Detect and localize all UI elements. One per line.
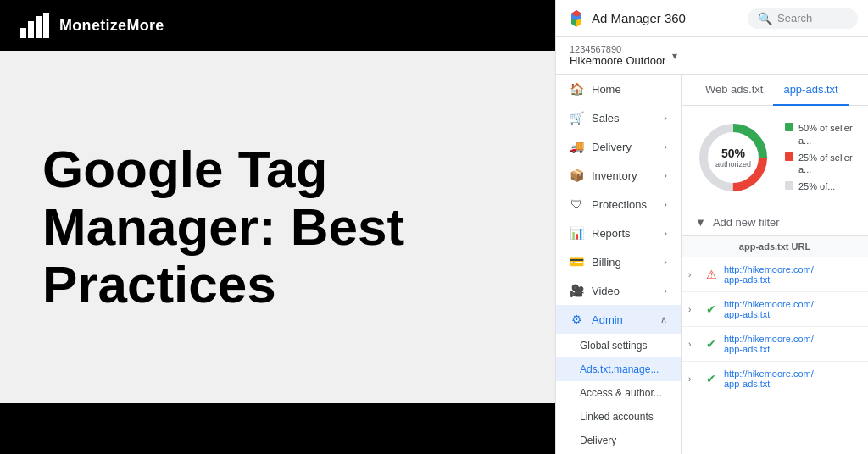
legend-item-0: 50% of seller a... — [785, 122, 854, 147]
chart-legend: 50% of seller a... 25% of seller a... 25… — [785, 122, 854, 192]
account-number: 1234567890 — [570, 44, 665, 54]
account-info: 1234567890 Hikemoore Outdoor — [570, 44, 665, 67]
chevron-down-icon: › — [664, 285, 667, 296]
row-url-3: http://hikemoore.com/app-ads.txt — [724, 368, 814, 389]
sidebar-label-reports: Reports — [592, 227, 631, 240]
gam-logo-icon — [566, 8, 587, 29]
sidebar-sub-label-linked: Linked accounts — [580, 411, 654, 423]
legend-text-1: 25% of seller a... — [798, 152, 854, 176]
sidebar-sub-global-settings[interactable]: Global settings — [556, 334, 681, 357]
sidebar-sub-linked[interactable]: Linked accounts — [556, 405, 681, 429]
svg-rect-0 — [20, 28, 26, 38]
sidebar-item-reports[interactable]: 📊 Reports › — [556, 219, 681, 247]
chevron-up-icon: ∧ — [660, 314, 667, 325]
sidebar-label-delivery: Delivery — [592, 141, 632, 153]
left-header: MonetizeMore — [0, 0, 555, 51]
top-bar: Ad Manager 360 🔍 Search — [556, 0, 868, 37]
chevron-down-icon: › — [664, 199, 667, 209]
row-url-2: http://hikemoore.com/app-ads.txt — [724, 334, 814, 354]
legend-item-1: 25% of seller a... — [785, 152, 854, 176]
donut-sub-label: authorized — [715, 160, 751, 169]
sidebar-label-home: Home — [592, 83, 621, 96]
sidebar-label-inventory: Inventory — [592, 169, 637, 182]
row-url-0: http://hikemoore.com/app-ads.txt — [724, 264, 814, 285]
sidebar-sub-label-ads-txt: Ads.txt.manage... — [580, 363, 659, 375]
logo-icon — [20, 13, 51, 38]
billing-icon: 💳 — [570, 255, 583, 269]
tab-app-ads-txt[interactable]: app-ads.txt — [773, 75, 848, 106]
sidebar-label-sales: Sales — [592, 112, 620, 125]
home-icon: 🏠 — [570, 82, 583, 96]
row-expand-icon: › — [688, 340, 698, 349]
sidebar-label-admin: Admin — [592, 313, 623, 326]
row-expand-icon: › — [688, 270, 698, 280]
filter-label: Add new filter — [713, 216, 780, 229]
sidebar-sub-ads-txt[interactable]: Ads.txt.manage... — [556, 357, 681, 381]
sidebar-sub-access[interactable]: Access & author... — [556, 381, 681, 405]
check-icon: ✔ — [704, 302, 719, 316]
sidebar-label-billing: Billing — [592, 256, 621, 269]
left-content: Google Tag Manager: Best Practices — [0, 51, 555, 403]
reports-icon: 📊 — [570, 226, 583, 240]
chevron-down-icon: › — [664, 257, 667, 267]
gam-logo: Ad Manager 360 — [566, 8, 686, 29]
svg-rect-1 — [28, 21, 34, 38]
logo-text: MonetizeMore — [59, 17, 164, 35]
check-icon: ✔ — [704, 337, 719, 351]
table-row[interactable]: › ✔ http://hikemoore.com/app-ads.txt — [682, 327, 868, 362]
legend-text-2: 25% of... — [798, 180, 835, 192]
table-row[interactable]: › ⚠ http://hikemoore.com/app-ads.txt — [682, 257, 868, 292]
warning-icon: ⚠ — [704, 268, 719, 281]
search-icon: 🔍 — [758, 12, 772, 25]
table-header: app-ads.txt URL — [682, 236, 868, 257]
chart-area: 50% authorized 50% of seller a... 25% of… — [682, 106, 868, 209]
legend-dot-green — [785, 123, 793, 131]
gam-app-title: Ad Manager 360 — [592, 11, 686, 25]
donut-percent: 50% — [715, 147, 751, 160]
main-title: Google Tag Manager: Best Practices — [42, 141, 513, 314]
legend-dot-gray — [785, 181, 793, 190]
left-panel: MonetizeMore Google Tag Manager: Best Pr… — [0, 0, 555, 454]
svg-rect-3 — [43, 13, 49, 38]
content-area: 🏠 Home 🛒 Sales › 🚚 Delivery › 📦 Inventor… — [556, 75, 868, 454]
check-icon: ✔ — [704, 372, 719, 385]
delivery-icon: 🚚 — [570, 140, 583, 153]
account-row[interactable]: 1234567890 Hikemoore Outdoor ▾ — [556, 37, 868, 75]
sidebar-item-inventory[interactable]: 📦 Inventory › — [556, 161, 681, 190]
sidebar-item-admin[interactable]: ⚙ Admin ∧ — [556, 305, 681, 334]
chevron-down-icon: › — [664, 228, 667, 238]
chevron-down-icon: › — [664, 170, 667, 180]
sidebar-sub-label-delivery: Delivery — [580, 435, 616, 446]
sidebar-item-billing[interactable]: 💳 Billing › — [556, 247, 681, 276]
account-name: Hikemoore Outdoor — [570, 54, 665, 67]
sidebar-item-sales[interactable]: 🛒 Sales › — [556, 103, 681, 132]
chevron-down-icon: › — [664, 113, 667, 123]
sidebar-sub-delivery[interactable]: Delivery — [556, 429, 681, 452]
donut-chart: 50% authorized — [695, 119, 771, 196]
row-expand-icon: › — [688, 374, 698, 384]
legend-text-0: 50% of seller a... — [798, 122, 854, 147]
sidebar: 🏠 Home 🛒 Sales › 🚚 Delivery › 📦 Inventor… — [556, 75, 682, 454]
legend-item-2: 25% of... — [785, 180, 854, 192]
sidebar-item-video[interactable]: 🎥 Video › — [556, 276, 681, 305]
right-panel: Ad Manager 360 🔍 Search 1234567890 Hikem… — [555, 0, 868, 454]
account-chevron: ▾ — [672, 50, 677, 62]
table-row[interactable]: › ✔ http://hikemoore.com/app-ads.txt — [682, 362, 868, 396]
protections-icon: 🛡 — [570, 197, 583, 211]
sidebar-sub-label-access: Access & author... — [580, 387, 662, 399]
sidebar-sub-label-global: Global settings — [580, 340, 647, 352]
sidebar-item-home[interactable]: 🏠 Home — [556, 75, 681, 103]
sidebar-label-video: Video — [592, 285, 620, 297]
search-box[interactable]: 🔍 Search — [748, 8, 858, 29]
tabs-bar: Web ads.txt app-ads.txt — [682, 75, 868, 106]
tab-web-ads-txt[interactable]: Web ads.txt — [695, 75, 773, 106]
sidebar-label-protections: Protections — [592, 198, 647, 211]
sidebar-item-delivery[interactable]: 🚚 Delivery › — [556, 132, 681, 161]
table-row[interactable]: › ✔ http://hikemoore.com/app-ads.txt — [682, 292, 868, 327]
sales-icon: 🛒 — [570, 111, 583, 125]
row-url-1: http://hikemoore.com/app-ads.txt — [724, 299, 814, 319]
admin-icon: ⚙ — [570, 313, 583, 326]
sidebar-item-protections[interactable]: 🛡 Protections › — [556, 190, 681, 219]
left-footer — [0, 403, 555, 454]
filter-bar[interactable]: ▼ Add new filter — [682, 209, 868, 236]
